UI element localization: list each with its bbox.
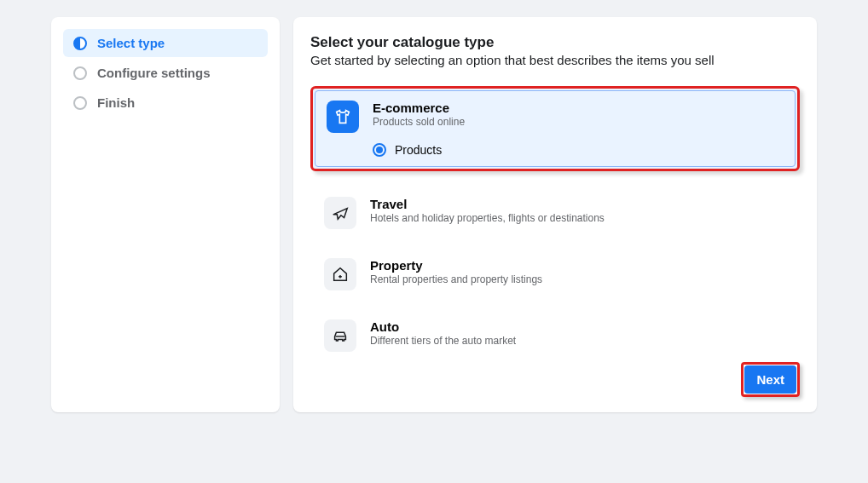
shirt-icon xyxy=(327,101,359,133)
option-title: Auto xyxy=(370,319,516,334)
option-travel[interactable]: Travel Hotels and holiday properties, fl… xyxy=(310,188,800,238)
step-label: Configure settings xyxy=(97,66,211,80)
next-button[interactable]: Next xyxy=(744,365,796,394)
car-icon xyxy=(324,319,356,352)
page-title: Select your catalogue type xyxy=(310,34,800,51)
step-configure-settings[interactable]: Configure settings xyxy=(63,59,268,87)
step-indicator-icon xyxy=(73,96,87,110)
option-desc: Different tiers of the auto market xyxy=(370,335,516,347)
step-label: Finish xyxy=(97,95,135,110)
main-panel: Select your catalogue type Get started b… xyxy=(293,17,817,412)
plane-icon xyxy=(324,197,356,229)
option-title: Travel xyxy=(370,197,605,211)
step-indicator-icon xyxy=(73,66,87,80)
radio-selected-icon xyxy=(373,143,386,157)
suboption-label: Products xyxy=(395,143,442,157)
step-select-type[interactable]: Select type xyxy=(63,29,268,57)
option-title: E-commerce xyxy=(373,101,465,115)
option-desc: Products sold online xyxy=(373,116,465,128)
next-button-highlight: Next xyxy=(741,362,800,397)
option-desc: Hotels and holiday properties, flights o… xyxy=(370,212,605,224)
house-icon xyxy=(324,258,356,290)
option-ecommerce[interactable]: E-commerce Products sold online Products xyxy=(310,86,800,171)
step-label: Select type xyxy=(97,36,165,50)
option-desc: Rental properties and property listings xyxy=(370,273,542,285)
page-subtitle: Get started by selecting an option that … xyxy=(310,53,800,67)
wizard-sidebar: Select type Configure settings Finish xyxy=(51,17,280,412)
option-property[interactable]: Property Rental properties and property … xyxy=(310,250,800,299)
option-auto[interactable]: Auto Different tiers of the auto market xyxy=(310,311,800,360)
option-title: Property xyxy=(370,258,542,273)
step-indicator-icon xyxy=(73,37,87,50)
suboption-products[interactable]: Products xyxy=(373,143,784,157)
step-finish[interactable]: Finish xyxy=(63,89,268,117)
